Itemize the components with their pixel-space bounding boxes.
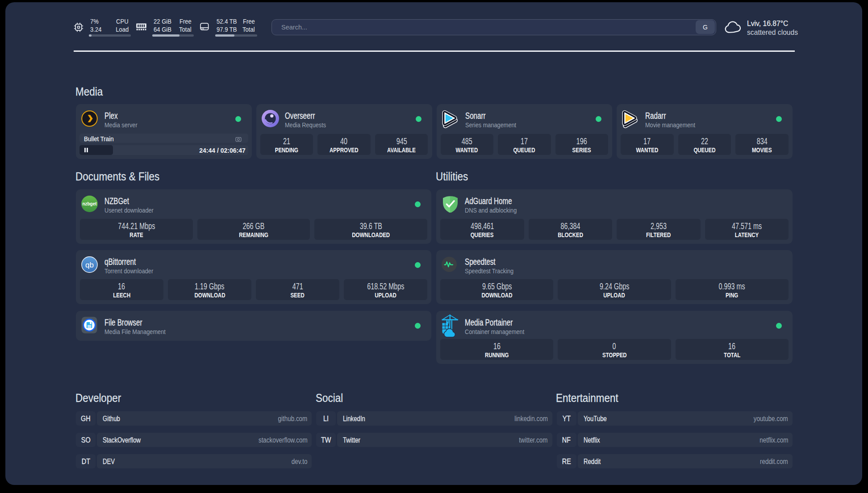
svg-text:nzbget: nzbget — [82, 201, 97, 206]
svg-text:qb: qb — [85, 261, 94, 269]
